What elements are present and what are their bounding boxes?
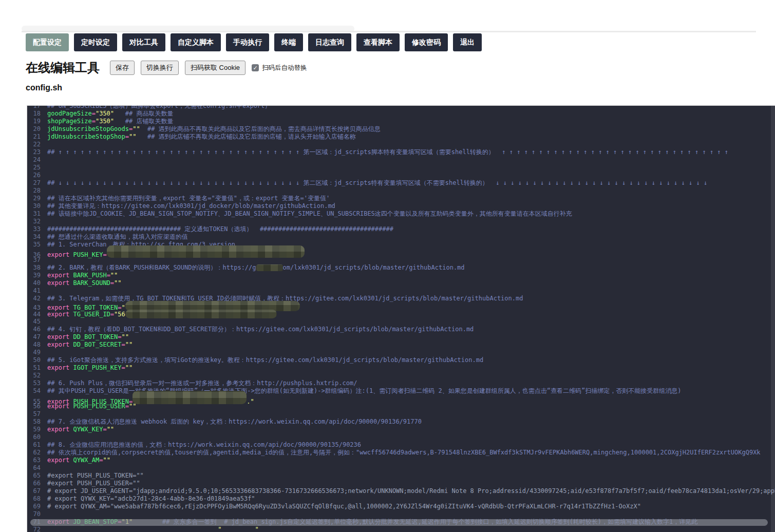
code-line[interactable]: 17## UN_SUBSCRIBES（选填）由脚本去export，无需在conf… [27,105,775,110]
code-line[interactable]: 26 [27,172,775,179]
save-button[interactable]: 保存 [110,61,135,75]
code-line[interactable]: 43export TG_BOT_TOKEN=" [27,302,775,310]
line-number: 58 [27,418,41,426]
nav-schedule-settings[interactable]: 定时设定 [74,33,117,51]
code-line[interactable]: 27## ↓ ↓ ↓ ↓ ↓ ↓ ↓ ↓ ↓ ↓ ↓ ↓ ↓ ↓ ↓ ↓ ↓ ↓… [27,179,775,187]
line-number: 65 [27,472,41,480]
code-line[interactable]: 18goodPageSize="350" ## 商品取关数量 [27,110,775,118]
code-line[interactable]: 44export TG_USER_ID="56 [27,310,775,318]
code-token: export [47,251,69,258]
code-line[interactable]: 36export PUSH_KEY= [27,249,775,256]
code-line[interactable]: 69# export QYWX_AM="wwe5abaf787bf6cec6,r… [27,503,775,510]
code-token: # export JD_USER_AGENT="jdapp;android;9.… [47,487,775,495]
line-number: 25 [27,164,41,172]
editor-horizontal-scrollbar[interactable] [30,519,768,526]
code-line[interactable]: 30## 其他变量详见：https://gitee.com/lxk0301/jd… [27,202,775,210]
nav-view-script[interactable]: 查看脚本 [356,33,400,51]
code-line[interactable]: 28 [27,187,775,195]
code-editor[interactable]: 17## UN_SUBSCRIBES（选填）由脚本去export，无需在conf… [27,105,775,532]
code-token: BARK_SOUND [73,279,110,287]
code-line[interactable]: 25 [27,164,775,172]
code-token [69,333,73,340]
auto-replace-checkbox[interactable]: ✓ [252,64,259,71]
code-line[interactable]: 60 [27,433,775,441]
code-line[interactable]: 51export IGOT_PUSH_KEY="" [27,364,775,372]
code-token: export [47,403,69,410]
code-token: #################################### 定义通… [47,225,393,233]
nav-manual-run[interactable]: 手动执行 [226,33,269,51]
nav-logout[interactable]: 退出 [453,33,482,51]
code-line[interactable]: 53## 6. Push Plus，微信扫码登录后一对一推送或一对多推送，参考文… [27,379,775,387]
code-line[interactable]: 33#################################### 定… [27,225,775,233]
code-line[interactable]: 66#export PUSH_PLUS_USER="" [27,480,775,487]
nav-compare-tool[interactable]: 对比工具 [122,33,165,51]
code-line[interactable]: 62## 依次填上corpid的值,corpsecret的值,touser的值,… [27,449,775,457]
code-line[interactable]: 58## 7. 企业微信机器人消息推送 webhook 后面的 key，文档：h… [27,418,775,426]
code-line[interactable]: 21jdUnsubscribeStopShop="" ## 遇到此店铺不再取关此… [27,133,775,141]
code-token: IGOT_PUSH_KEY [73,364,122,371]
line-number: 30 [27,202,41,210]
code-token: = [122,364,125,371]
code-line[interactable]: 24 [27,156,775,164]
file-name: config.sh [26,83,62,92]
line-number: 39 [27,272,41,279]
code-token [69,403,73,410]
code-token: = [103,251,106,258]
code-line[interactable]: 45 [27,318,775,326]
line-number: 46 [27,326,41,333]
code-line[interactable]: 22 [27,141,775,148]
code-line[interactable]: 47export DD_BOT_TOKEN="" [27,333,775,341]
code-line[interactable]: 61## 8. 企业微信应用消息推送的值，文档：https://work.wei… [27,441,775,449]
code-token: = [103,426,106,433]
line-number: 19 [27,118,41,125]
code-line[interactable]: 49 [27,349,775,356]
scan-cookie-button[interactable]: 扫码获取 Cookie [185,61,245,75]
code-line[interactable]: 48export DD_BOT_SECRET="" [27,341,775,349]
code-token [69,272,73,279]
code-line[interactable]: 57 [27,410,775,418]
line-number: 66 [27,480,41,487]
code-token: export [47,426,69,433]
code-line[interactable]: 65#export PUSH_PLUS_TOKEN="" [27,472,775,480]
code-line[interactable]: 50## 5. iGot聚合推送，支持多方式推送，填写iGot的推送key。教程… [27,356,775,364]
nav-log-query[interactable]: 日志查询 [308,33,351,51]
line-number: 17 [27,105,41,110]
code-line[interactable]: 40export BARK_SOUND="" [27,279,775,287]
auto-replace-label: 扫码后自动替换 [262,64,307,72]
nav-change-password[interactable]: 修改密码 [405,33,448,51]
code-token [69,364,73,371]
code-line[interactable]: 55export PUSH_PLUS_TOKEN=." [27,395,775,403]
editor-vertical-scrollbar[interactable] [771,106,775,532]
code-line[interactable]: 19shopPageSize="350" ## 店铺取关数量 [27,118,775,125]
code-line[interactable]: 20jdUnsubscribeStopGoods="" ## 遇到此商品不再取关… [27,125,775,133]
code-line[interactable]: 68# export QYWX_KEY="adcb27d1-28c4-4abb-… [27,495,775,503]
code-token: jdUnsubscribeStopShop [47,133,125,140]
code-line[interactable]: 31## 该链接中除JD_COOKIE、JD_BEAN_SIGN_STOP_NO… [27,210,775,218]
nav-terminal[interactable]: 终端 [274,33,303,51]
code-line[interactable]: 67# export JD_USER_AGENT="jdapp;android;… [27,487,775,495]
code-line[interactable]: 52 [27,372,775,379]
code-line[interactable]: 59export QYWX_KEY="" [27,426,775,433]
code-line[interactable]: 63export QYWX_AM="" [27,457,775,464]
line-number: 68 [27,495,41,503]
code-token: QYWX_AM [73,457,100,464]
code-line[interactable]: 46## 4. 钉钉，教程（看DD_BOT_TOKEN和DD_BOT_SECRE… [27,326,775,333]
code-line[interactable]: 29## 请在本区域补充其他你需要用到变量，export 变量名="变量值"，或… [27,195,775,202]
toggle-wrap-button[interactable]: 切换换行 [141,61,179,75]
code-token: ## 2. BARK，教程（看BARK_PUSH和BARK_SOUND的说明）：… [47,264,256,271]
code-lines: 17## UN_SUBSCRIBES（选填）由脚本去export，无需在conf… [27,105,775,532]
nav-custom-script[interactable]: 自定义脚本 [171,33,221,51]
code-token: " [255,526,259,532]
code-line[interactable]: 32 [27,218,775,225]
code-line[interactable]: 72 " " [27,526,775,532]
code-line[interactable]: 39export BARK_PUSH="" [27,272,775,279]
code-line[interactable]: 70 [27,510,775,518]
code-line[interactable]: 64 [27,464,775,472]
code-line[interactable]: 23## ↑ ↑ ↑ ↑ ↑ ↑ ↑ ↑ ↑ ↑ ↑ ↑ ↑ ↑ ↑ ↑ ↑ ↑… [27,148,775,156]
code-line[interactable]: 38## 2. BARK，教程（看BARK_PUSH和BARK_SOUND的说明… [27,264,775,272]
code-token [114,110,125,117]
code-line[interactable]: 34## 想通过什么渠道收取通知，就填入对应渠道的值 [27,233,775,241]
nav-config-settings[interactable]: 配置设定 [26,33,69,51]
code-line[interactable]: 41 [27,287,775,295]
code-token: = [92,110,96,117]
